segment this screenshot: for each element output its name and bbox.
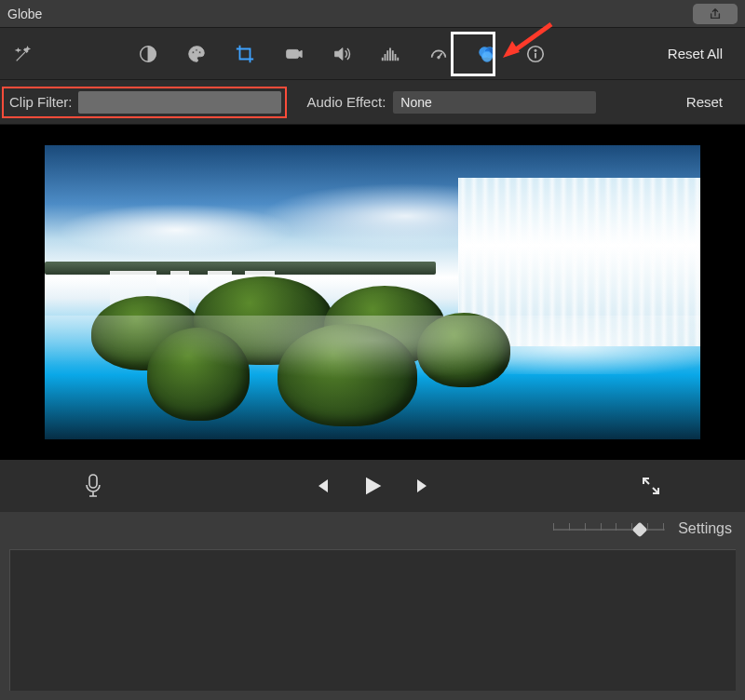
timeline-settings-bar: Settings [0,512,745,545]
clip-filter-label: Clip Filter: [9,94,73,110]
svg-rect-13 [89,475,97,488]
info-icon [525,44,546,64]
audio-effect-selector[interactable]: None [393,91,596,114]
contrast-icon [138,44,158,64]
audio-effect-label: Audio Effect: [307,94,386,110]
clip-info-button[interactable] [523,42,548,66]
skip-forward-icon [413,476,434,496]
equalizer-icon [380,44,400,64]
preview-area [0,125,745,460]
stabilize-icon [283,44,304,64]
audio-effect-value: None [400,95,431,110]
skip-back-icon [311,476,332,496]
play-button[interactable] [359,473,386,499]
timeline-zoom-slider[interactable] [553,521,665,536]
color-correction-button[interactable] [184,42,209,66]
crop-button[interactable] [233,42,257,66]
next-button[interactable] [413,476,434,496]
playback-controls [0,460,745,512]
timeline-settings-button[interactable]: Settings [678,520,732,537]
speed-button[interactable] [427,42,451,66]
title-bar: Globe [0,0,745,28]
voiceover-record-button[interactable] [84,474,102,498]
imovie-inspector-window: Globe [0,0,745,700]
palette-icon [186,44,207,64]
noise-equalizer-button[interactable] [378,42,402,66]
auto-enhance-button[interactable] [13,44,34,64]
preview-viewer[interactable] [45,145,700,439]
expand-icon [641,476,661,496]
timeline-area[interactable] [9,549,736,691]
microphone-icon [84,474,102,498]
effects-row: Clip Filter: Audio Effect: None Reset [0,80,745,125]
tool-icons-group [136,42,548,66]
adjustments-toolbar: Reset All [0,28,745,80]
volume-button[interactable] [330,42,354,66]
reset-effects-button[interactable]: Reset [686,94,723,110]
filter-icon [477,44,497,64]
svg-point-5 [198,50,200,52]
project-title: Globe [7,7,42,21]
svg-point-10 [482,51,493,61]
clip-filter-selector[interactable] [78,91,281,114]
audio-effect-section: Audio Effect: None [307,91,597,114]
stabilization-button[interactable] [281,42,305,66]
clip-filter-section: Clip Filter: [2,87,287,118]
color-balance-button[interactable] [136,42,160,66]
share-button[interactable] [693,4,738,24]
speed-icon [428,44,449,64]
reset-all-button[interactable]: Reset All [668,46,736,61]
volume-icon [332,44,352,64]
svg-point-12 [535,49,536,51]
svg-point-4 [196,48,197,50]
play-icon [359,473,386,499]
zoom-slider-knob[interactable] [631,522,647,538]
lower-panel: Settings [0,512,745,700]
clip-filter-button[interactable] [475,42,499,66]
svg-rect-6 [287,49,299,58]
share-icon [709,7,722,20]
svg-point-3 [192,50,194,52]
magic-wand-icon [13,44,34,64]
crop-icon [235,44,255,64]
previous-button[interactable] [311,476,332,496]
fullscreen-button[interactable] [641,476,661,496]
